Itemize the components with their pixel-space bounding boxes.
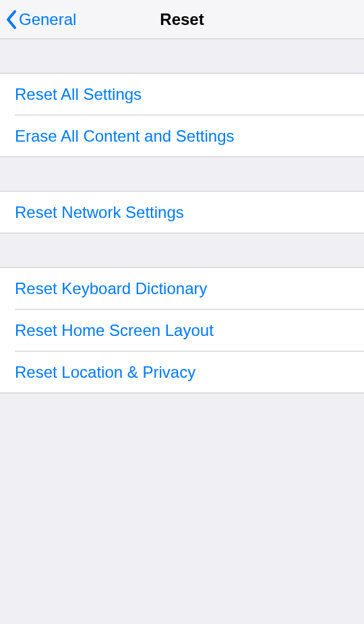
- back-button[interactable]: General: [0, 9, 76, 30]
- row-label: Erase All Content and Settings: [15, 127, 235, 146]
- row-label: Reset Network Settings: [15, 203, 184, 222]
- section-gap: [0, 233, 364, 267]
- chevron-left-icon: [5, 9, 18, 30]
- reset-home-screen-layout-row[interactable]: Reset Home Screen Layout: [0, 310, 364, 351]
- section-gap: [0, 157, 364, 191]
- group-3: Reset Keyboard Dictionary Reset Home Scr…: [0, 267, 364, 393]
- reset-location-privacy-row[interactable]: Reset Location & Privacy: [0, 351, 364, 393]
- section-gap: [0, 39, 364, 73]
- content: Reset All Settings Erase All Content and…: [0, 39, 364, 393]
- erase-all-content-row[interactable]: Erase All Content and Settings: [0, 115, 364, 157]
- back-label: General: [19, 10, 76, 29]
- row-label: Reset Location & Privacy: [15, 363, 195, 382]
- row-label: Reset Home Screen Layout: [15, 321, 214, 340]
- reset-keyboard-dictionary-row[interactable]: Reset Keyboard Dictionary: [0, 268, 364, 309]
- group-1: Reset All Settings Erase All Content and…: [0, 73, 364, 157]
- reset-all-settings-row[interactable]: Reset All Settings: [0, 74, 364, 115]
- reset-network-settings-row[interactable]: Reset Network Settings: [0, 192, 364, 233]
- row-label: Reset All Settings: [15, 85, 142, 104]
- group-2: Reset Network Settings: [0, 191, 364, 233]
- navigation-bar: General Reset: [0, 0, 364, 39]
- row-label: Reset Keyboard Dictionary: [15, 279, 207, 298]
